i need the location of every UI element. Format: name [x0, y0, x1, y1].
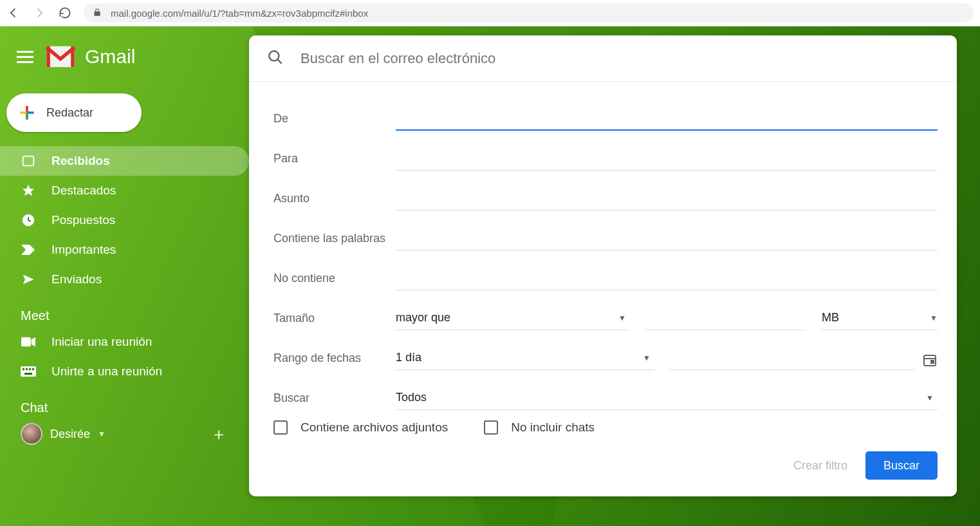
inbox-icon: [21, 153, 36, 169]
sidebar-item-label: Importantes: [51, 243, 116, 257]
svg-rect-24: [931, 361, 934, 363]
size-unit-value: MB: [822, 311, 839, 324]
subject-field[interactable]: [396, 189, 938, 211]
chevron-down-icon: ▼: [618, 314, 626, 323]
search-panel: De Para Asunto Contiene las palabras No …: [249, 35, 957, 496]
chevron-down-icon: ▼: [98, 429, 106, 438]
sidebar: Gmail Redactar Recibidos Destacados: [0, 26, 249, 526]
svg-marker-11: [23, 275, 34, 285]
subject-label: Asunto: [273, 192, 396, 211]
svg-rect-15: [23, 368, 24, 370]
svg-marker-8: [23, 185, 34, 196]
sidebar-item-important[interactable]: Importantes: [0, 235, 249, 265]
sidebar-item-label: Enviados: [51, 272, 102, 286]
date-range-label: Rango de fechas: [273, 352, 396, 370]
gmail-app: Gmail Redactar Recibidos Destacados: [0, 26, 980, 526]
sidebar-item-sent[interactable]: Enviados: [0, 265, 249, 294]
sidebar-item-starred[interactable]: Destacados: [0, 176, 249, 205]
has-attachment-checkbox[interactable]: Contiene archivos adjuntos: [273, 420, 448, 435]
sidebar-item-label: Destacados: [51, 183, 116, 198]
importance-icon: [21, 242, 36, 258]
size-operator-value: mayor que: [396, 311, 450, 324]
meet-list: Iniciar una reunión Unirte a una reunión: [0, 327, 249, 386]
not-has-label: No contiene: [273, 272, 396, 290]
sidebar-item-label: Recibidos: [51, 154, 110, 168]
search-in-select[interactable]: Todos ▼: [396, 386, 938, 410]
exclude-chats-label: No incluir chats: [511, 420, 595, 435]
chat-section-title: Chat: [0, 386, 249, 419]
meet-join[interactable]: Unirte a una reunión: [0, 357, 249, 386]
size-operator-select[interactable]: mayor que ▼: [396, 306, 630, 330]
checkbox-icon: [273, 420, 288, 435]
plus-icon: [18, 104, 36, 122]
svg-marker-10: [21, 245, 35, 255]
to-field[interactable]: [396, 149, 938, 171]
svg-rect-14: [21, 366, 36, 377]
svg-marker-13: [32, 337, 35, 347]
not-has-field[interactable]: [396, 268, 938, 290]
svg-rect-19: [24, 373, 32, 375]
svg-rect-7: [23, 156, 34, 166]
create-filter-button[interactable]: Crear filtro: [793, 459, 847, 473]
from-field[interactable]: [396, 109, 938, 131]
svg-line-21: [278, 59, 282, 63]
search-input[interactable]: [300, 50, 939, 67]
svg-rect-1: [46, 46, 50, 67]
svg-rect-12: [21, 337, 31, 347]
exclude-chats-checkbox[interactable]: No incluir chats: [484, 420, 595, 435]
app-name: Gmail: [85, 46, 135, 68]
url-bar[interactable]: mail.google.com/mail/u/1/?tab=mm&zx=rov3…: [84, 3, 974, 23]
date-field[interactable]: [670, 346, 914, 370]
search-in-value: Todos: [396, 391, 427, 404]
meet-section-title: Meet: [0, 294, 249, 327]
search-button[interactable]: Buscar: [865, 451, 938, 480]
nav-back-icon[interactable]: [6, 6, 21, 20]
new-chat-icon[interactable]: ＋: [210, 423, 227, 446]
meet-start[interactable]: Iniciar una reunión: [0, 327, 249, 357]
clock-icon: [21, 212, 36, 228]
meet-item-label: Iniciar una reunión: [51, 335, 152, 349]
keyboard-icon: [21, 364, 36, 379]
has-words-label: Contiene las palabras: [273, 232, 396, 250]
svg-point-20: [269, 51, 279, 61]
calendar-icon[interactable]: [922, 352, 938, 370]
gmail-logo[interactable]: Gmail: [45, 45, 135, 68]
to-label: Para: [273, 152, 396, 171]
browser-toolbar: mail.google.com/mail/u/1/?tab=mm&zx=rov3…: [0, 0, 980, 26]
svg-rect-2: [71, 46, 74, 67]
menu-icon[interactable]: [17, 48, 33, 66]
chevron-down-icon: ▼: [930, 314, 938, 323]
size-label: Tamaño: [273, 312, 396, 330]
size-unit-select[interactable]: MB ▼: [822, 306, 938, 330]
compose-button[interactable]: Redactar: [6, 93, 142, 132]
size-value-field[interactable]: [645, 306, 806, 330]
sidebar-item-inbox[interactable]: Recibidos: [0, 146, 249, 176]
search-in-label: Buscar: [273, 391, 396, 410]
checkbox-icon: [484, 420, 498, 435]
svg-rect-17: [29, 368, 31, 370]
sidebar-item-label: Pospuestos: [51, 213, 115, 227]
has-words-field[interactable]: [396, 229, 938, 250]
date-range-value: 1 día: [396, 351, 421, 364]
svg-rect-18: [32, 368, 34, 370]
chat-user-name: Desirée: [50, 427, 90, 441]
search-row: [249, 35, 957, 82]
from-label: De: [273, 112, 396, 131]
nav-reload-icon[interactable]: [58, 6, 72, 20]
chevron-down-icon: ▼: [926, 393, 934, 402]
url-text: mail.google.com/mail/u/1/?tab=mm&zx=rov3…: [111, 8, 368, 19]
svg-rect-16: [26, 368, 28, 370]
video-icon: [21, 334, 36, 350]
star-icon: [21, 183, 36, 198]
sidebar-item-snoozed[interactable]: Pospuestos: [0, 205, 249, 235]
search-icon[interactable]: [267, 49, 284, 68]
nav-list: Recibidos Destacados Pospuestos Importan…: [0, 146, 249, 294]
chat-user[interactable]: Desirée ▼: [21, 423, 106, 445]
date-range-select[interactable]: 1 día ▼: [396, 346, 654, 370]
chevron-down-icon: ▼: [643, 353, 651, 362]
has-attachment-label: Contiene archivos adjuntos: [300, 420, 448, 435]
meet-item-label: Unirte a una reunión: [51, 364, 162, 379]
nav-forward-icon[interactable]: [32, 6, 46, 20]
lock-icon: [93, 8, 102, 19]
compose-label: Redactar: [46, 106, 93, 120]
